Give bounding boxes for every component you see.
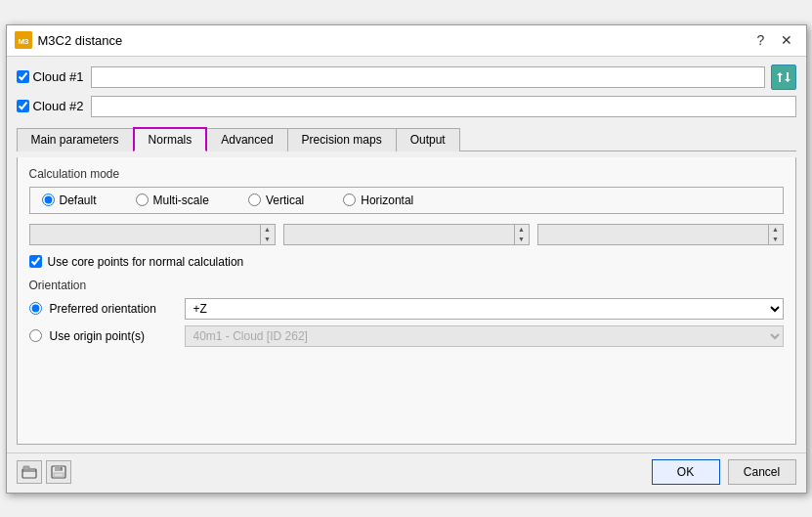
origin-point-dropdown[interactable]: 40m1 - Cloud [ID 262] [185,325,784,347]
max-input[interactable]: Max = 1.983954 [538,227,768,242]
normals-tab-content: Calculation mode Default Multi-scale Ver… [17,157,796,445]
tab-normals[interactable]: Normals [133,127,208,151]
orientation-section: Orientation Preferred orientation +Z +Y … [29,279,784,347]
cancel-button[interactable]: Cancel [728,459,796,485]
step-up-arrow[interactable]: ▲ [515,225,529,235]
dialog-title: M3C2 distance [38,33,123,48]
max-arrows: ▲ ▼ [768,225,783,244]
svg-rect-3 [23,466,29,470]
mode-default-radio[interactable] [42,194,55,206]
calc-mode-box: Default Multi-scale Vertical Horizontal [29,187,784,214]
save-button[interactable] [46,460,71,484]
origin-point-row: Use origin point(s) 40m1 - Cloud [ID 262… [29,325,784,347]
spinbox-row: Min = 0.495988 ▲ ▼ Step = 0.495988 ▲ ▼ M… [29,224,784,245]
max-spinbox: Max = 1.983954 ▲ ▼ [537,224,784,245]
step-input[interactable]: Step = 0.495988 [284,227,514,242]
ok-button[interactable]: OK [652,459,720,485]
core-points-label: Use core points for normal calculation [48,255,244,269]
preferred-orientation-radio[interactable] [29,302,42,315]
min-arrows: ▲ ▼ [260,225,275,244]
preferred-orientation-label: Preferred orientation [50,302,177,316]
step-arrows: ▲ ▼ [514,225,529,244]
origin-point-label: Use origin point(s) [50,329,177,343]
cloud1-label: Cloud #1 [33,69,84,84]
tab-main[interactable]: Main parameters [17,128,134,151]
tabs: Main parameters Normals Advanced Precisi… [17,127,796,151]
core-points-row: Use core points for normal calculation [29,255,784,269]
cloud2-label-group: Cloud #2 [17,99,85,113]
mode-horizontal[interactable]: Horizontal [343,194,413,207]
cloud2-label: Cloud #2 [33,99,84,113]
cloud2-checkbox[interactable] [17,100,29,112]
max-up-arrow[interactable]: ▲ [769,225,783,235]
svg-rect-7 [61,467,63,470]
mode-horizontal-radio[interactable] [343,194,356,206]
cloud1-input[interactable]: 40m1 - Cloud [ID 262] [91,66,765,88]
m3c2-dialog: M3 M3C2 distance ? ✕ Cloud #1 40m1 - Clo… [6,24,807,494]
dialog-icon: M3 [15,31,32,49]
title-bar: M3 M3C2 distance ? ✕ [7,25,806,57]
preferred-orientation-dropdown[interactable]: +Z +Y +X -Z -Y -X [185,298,784,320]
max-down-arrow[interactable]: ▼ [769,235,783,244]
calc-mode-label: Calculation mode [29,167,784,181]
tab-precision[interactable]: Precision maps [287,128,397,151]
cloud1-label-group: Cloud #1 [17,69,85,84]
svg-text:M3: M3 [18,37,29,46]
mode-multiscale-radio[interactable] [136,194,149,206]
mode-vertical-radio[interactable] [248,194,261,206]
cloud2-input[interactable]: 40m1 - [ID 265] [91,96,796,117]
tab-output[interactable]: Output [396,128,460,151]
dialog-body: Cloud #1 40m1 - Cloud [ID 262] Cloud #2 … [7,57,806,452]
footer-left [17,460,71,484]
help-button[interactable]: ? [749,29,773,51]
min-spinbox: Min = 0.495988 ▲ ▼ [29,224,276,245]
preferred-orientation-row: Preferred orientation +Z +Y +X -Z -Y -X [29,298,784,320]
close-button[interactable]: ✕ [775,29,798,51]
dialog-footer: OK Cancel [7,452,806,493]
title-bar-left: M3 M3C2 distance [15,31,123,49]
cloud2-row: Cloud #2 40m1 - [ID 265] [17,96,796,117]
svg-rect-6 [54,473,64,477]
swap-button[interactable] [771,65,796,90]
min-down-arrow[interactable]: ▼ [261,235,275,244]
cloud1-row: Cloud #1 40m1 - Cloud [ID 262] [17,65,796,90]
tab-advanced[interactable]: Advanced [206,128,287,151]
origin-point-radio[interactable] [29,329,42,342]
title-buttons: ? ✕ [749,29,798,51]
footer-right: OK Cancel [652,459,796,485]
step-down-arrow[interactable]: ▼ [515,235,529,244]
mode-default[interactable]: Default [42,194,97,207]
cloud1-checkbox[interactable] [17,70,29,83]
load-button[interactable] [17,460,42,484]
core-points-checkbox[interactable] [29,255,42,268]
min-input[interactable]: Min = 0.495988 [30,227,260,242]
orientation-label: Orientation [29,279,784,292]
mode-multiscale[interactable]: Multi-scale [136,194,209,207]
min-up-arrow[interactable]: ▲ [261,225,275,235]
mode-vertical[interactable]: Vertical [248,194,304,207]
step-spinbox: Step = 0.495988 ▲ ▼ [283,224,530,245]
